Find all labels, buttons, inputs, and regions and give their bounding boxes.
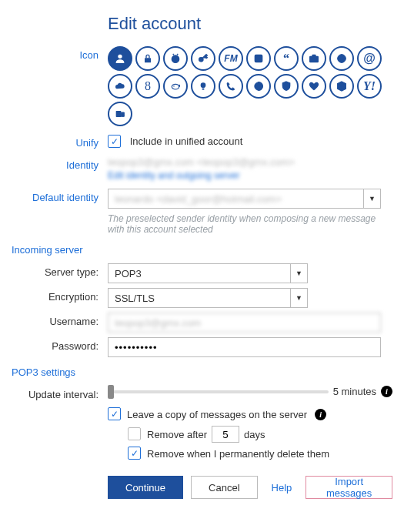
label-unify: Unify (12, 134, 108, 149)
y-icon[interactable]: Y! (357, 74, 382, 99)
clock-icon[interactable] (163, 46, 188, 71)
label-default-identity: Default identity (12, 189, 108, 203)
default-identity-hint: The preselected sender identity when com… (108, 213, 385, 235)
briefcase-icon[interactable] (302, 46, 326, 71)
svg-rect-6 (310, 56, 319, 62)
half-circle-icon[interactable] (246, 74, 271, 99)
info-icon[interactable]: i (381, 386, 392, 397)
person-icon[interactable] (108, 46, 132, 71)
lock-icon[interactable] (135, 46, 160, 71)
svg-point-3 (199, 58, 203, 62)
phone-icon[interactable] (219, 74, 243, 99)
icon-picker: FM “ @ 8 Y! (108, 46, 392, 126)
info-icon[interactable]: i (315, 409, 326, 420)
update-interval-slider[interactable] (108, 390, 329, 393)
fm-icon[interactable]: FM (219, 46, 243, 71)
svg-point-8 (172, 84, 179, 89)
server-type-select[interactable]: POP3 ▼ (108, 263, 308, 283)
box-icon[interactable] (246, 46, 271, 71)
svg-rect-5 (257, 55, 260, 58)
default-identity-value: leonardo <david_goor@hotmail.com> (109, 193, 363, 205)
remove-after-post: days (244, 429, 265, 440)
slider-thumb[interactable] (108, 385, 114, 399)
label-identity: Identity (12, 156, 108, 171)
server-type-value: POP3 (109, 268, 290, 279)
cube-icon[interactable] (329, 74, 354, 99)
svg-rect-13 (116, 111, 122, 117)
quote-icon[interactable]: “ (274, 46, 299, 71)
piggy-icon[interactable] (163, 74, 188, 99)
remove-after-checkbox[interactable] (128, 427, 141, 440)
at-icon[interactable]: @ (357, 46, 382, 71)
remove-delete-label: Remove when I permanently delete them (147, 448, 329, 460)
help-link[interactable]: Help (265, 476, 299, 499)
label-username: Username: (12, 313, 108, 327)
svg-point-0 (118, 55, 122, 59)
continue-button[interactable]: Continue (108, 476, 183, 499)
svg-point-10 (201, 82, 206, 88)
leave-copy-label: Leave a copy of messages on the server (127, 409, 307, 420)
eight-icon[interactable]: 8 (135, 74, 160, 99)
chevron-down-icon[interactable]: ▼ (290, 264, 307, 283)
bulb-icon[interactable] (191, 74, 215, 99)
default-identity-select[interactable]: leonardo <david_goor@hotmail.com> ▼ (108, 189, 381, 209)
cancel-button[interactable]: Cancel (191, 476, 257, 499)
cloud-icon[interactable] (108, 74, 132, 99)
key-icon[interactable] (191, 46, 215, 71)
svg-point-9 (173, 85, 174, 86)
svg-rect-1 (145, 58, 151, 62)
leave-copy-checkbox[interactable]: ✓ (108, 407, 121, 420)
label-update-interval: Update interval: (12, 386, 108, 400)
label-encryption: Encryption: (12, 288, 108, 303)
page-title: Edit account (108, 14, 392, 34)
identity-value: leopop3@gmx.com <leopop3@gmx.com> (108, 156, 392, 168)
username-input[interactable] (108, 313, 381, 333)
label-icon: Icon (12, 46, 108, 61)
outlook-icon[interactable] (108, 102, 132, 126)
remove-after-pre: Remove after (147, 429, 207, 440)
shield-icon[interactable] (274, 74, 299, 99)
encryption-select[interactable]: SSL/TLS ▼ (108, 288, 308, 308)
svg-rect-11 (202, 89, 205, 90)
chevron-down-icon[interactable]: ▼ (290, 289, 307, 307)
label-server-type: Server type: (12, 263, 108, 278)
edit-identity-link[interactable]: Edit identity and outgoing server (108, 170, 392, 181)
unify-text: Include in unified account (130, 136, 243, 147)
globe-icon[interactable] (329, 46, 354, 71)
unify-checkbox[interactable]: ✓ (108, 135, 121, 148)
password-input[interactable] (108, 337, 381, 357)
label-password: Password: (12, 337, 108, 352)
chevron-down-icon[interactable]: ▼ (363, 189, 380, 208)
remove-delete-checkbox[interactable]: ✓ (128, 447, 141, 460)
heart-icon[interactable] (302, 74, 326, 99)
svg-point-12 (255, 82, 263, 91)
update-interval-value: 5 minutes (333, 386, 376, 397)
section-pop3-settings: POP3 settings (12, 366, 392, 378)
encryption-value: SSL/TLS (109, 293, 290, 304)
import-messages-button[interactable]: Import messages (306, 476, 392, 499)
remove-after-days-input[interactable] (212, 426, 239, 443)
section-incoming-server: Incoming server (12, 244, 392, 256)
